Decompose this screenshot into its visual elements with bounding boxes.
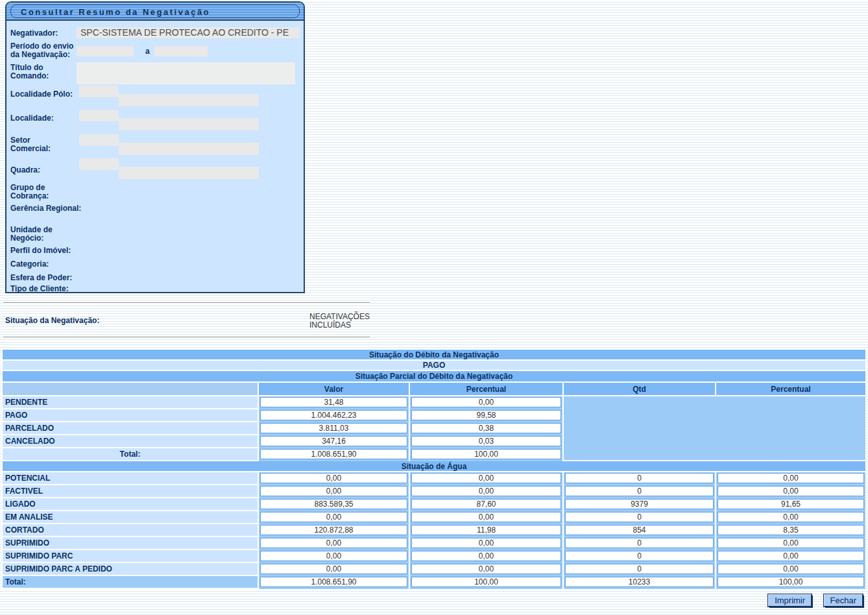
value-box: 0,00: [411, 551, 561, 561]
value-box: 0,00: [717, 486, 864, 496]
value-box: 0,00: [411, 486, 561, 496]
table-row-label: SUPRIMIDO PARC A PEDIDO: [3, 563, 258, 576]
localidade-polo-code-input[interactable]: [79, 86, 119, 97]
quadra-name-input[interactable]: [119, 167, 259, 179]
setor-comercial-name-input[interactable]: [119, 143, 259, 155]
esfera-poder-label: Esfera de Poder:: [10, 274, 88, 282]
table-cell-valor: 347,16: [259, 435, 409, 448]
value-box: 0,00: [260, 564, 407, 574]
imprimir-button[interactable]: Imprimir: [768, 594, 812, 607]
periodo-to-input[interactable]: [154, 46, 208, 56]
localidade-name-input[interactable]: [119, 118, 259, 130]
value-box: 9379: [565, 499, 714, 509]
table-cell-percentual: 100,00: [410, 576, 562, 589]
grupo-cobranca-label: Grupo de Cobrança:: [10, 184, 82, 200]
setor-comercial-code-input[interactable]: [79, 134, 119, 146]
value-box: 0,00: [411, 564, 561, 574]
table-cell-qtd: 0: [564, 537, 715, 550]
gerencia-regional-label: Gerência Regional:: [10, 204, 82, 213]
table-cell-valor: 0,00: [259, 537, 409, 550]
value-box: 0: [565, 564, 714, 574]
table-cell-valor: 31,48: [259, 396, 409, 409]
value-box: 10233: [565, 577, 714, 587]
table-cell-percentual: 87,60: [410, 498, 562, 511]
value-box: 0: [565, 551, 714, 561]
table-cell-qtd-percentual: 0,00: [716, 550, 865, 563]
table-cell-valor: 0,00: [259, 472, 409, 485]
value-box: 0,00: [717, 538, 864, 548]
value-box: 11,98: [411, 525, 561, 535]
panel-titlebar: Consultar Resumo da Negativação: [6, 3, 304, 21]
situacao-negativacao-value: NEGATIVAÇÕES INCLUÍDAS: [309, 313, 374, 330]
table-cell-percentual: 0,38: [410, 422, 562, 435]
perfil-imovel-label: Perfil do Imóvel:: [10, 247, 88, 255]
value-box: 0: [565, 512, 714, 522]
value-box: 0,00: [411, 538, 561, 548]
table-row-label: EM ANALISE: [3, 511, 258, 524]
column-header-qtd-percentual: Percentual: [716, 383, 865, 396]
table-cell-percentual: 0,00: [410, 537, 562, 550]
table-cell-qtd: 854: [564, 524, 715, 537]
table-cell-qtd: 0: [564, 485, 715, 498]
setor-comercial-label: Setor Comercial:: [10, 136, 62, 153]
table-cell-qtd-percentual: 8,35: [716, 524, 865, 537]
table-row-label: FACTIVEL: [3, 485, 258, 498]
table-cell-valor: 0,00: [259, 485, 409, 498]
periodo-from-input[interactable]: [77, 46, 134, 56]
value-box: 347,16: [260, 436, 407, 446]
table-cell-percentual: 0,00: [410, 396, 562, 409]
value-box: 8,35: [717, 525, 864, 535]
page: { "panel": { "title": "Consultar Resumo …: [0, 0, 868, 615]
localidade-polo-name-input[interactable]: [119, 94, 259, 106]
table-cell-qtd: 9379: [564, 498, 715, 511]
table-cell-valor: 0,00: [259, 550, 409, 563]
table-cell-qtd: 0: [564, 550, 715, 563]
fechar-button[interactable]: Fechar: [824, 594, 863, 607]
value-box: 87,60: [411, 499, 561, 509]
value-box: 0,00: [717, 551, 864, 561]
negativador-input[interactable]: SPC-SISTEMA DE PROTECAO AO CREDITO - PE: [77, 27, 300, 38]
table-total-label: Total:: [3, 448, 258, 461]
table-cell-valor: 1.004.462,23: [259, 409, 409, 422]
table-cell-qtd-percentual: 91,65: [716, 498, 865, 511]
column-header-qtd: Qtd: [564, 383, 715, 396]
table-row-label: CANCELADO: [3, 435, 258, 448]
table-cell-qtd: 0: [564, 511, 715, 524]
table-cell-qtd: 0: [564, 563, 715, 576]
value-box: 1.008.651,90: [260, 449, 407, 459]
table-cell-valor: 3.811,03: [259, 422, 409, 435]
column-header-percentual: Percentual: [410, 383, 562, 396]
table-cell-qtd-percentual: 0,00: [716, 563, 865, 576]
titulo-comando-textarea[interactable]: [77, 62, 295, 84]
table-cell-valor: 883.589,35: [259, 498, 409, 511]
table-cell-valor: 1.008.651,90: [259, 448, 409, 461]
table-cell-qtd-percentual: 0,00: [716, 472, 865, 485]
value-box: 31,48: [260, 397, 407, 407]
table-cell-valor: 120.872,88: [259, 524, 409, 537]
table-cell-percentual: 0,00: [410, 563, 562, 576]
value-box: 1.008.651,90: [260, 577, 407, 587]
table-cell-percentual: 99,58: [410, 409, 562, 422]
value-box: 0,00: [411, 512, 561, 522]
column-header-valor: Valor: [259, 383, 409, 396]
value-box: 99,58: [411, 410, 561, 420]
quadra-label: Quadra:: [10, 166, 82, 175]
value-box: 100,00: [411, 449, 561, 459]
table-cell-qtd-percentual: 0,00: [716, 511, 865, 524]
table-cell-valor: 1.008.651,90: [259, 576, 409, 589]
table-cell-percentual: 0,00: [410, 511, 562, 524]
divider-rule-top: [3, 302, 370, 304]
merged-empty-area: [564, 396, 865, 461]
quadra-code-input[interactable]: [79, 158, 119, 170]
value-box: 0: [565, 473, 714, 483]
localidade-code-input[interactable]: [79, 110, 119, 121]
column-header-empty: [3, 383, 258, 396]
table-cell-percentual: 0,00: [410, 550, 562, 563]
page-title: Consultar Resumo da Negativação: [21, 7, 210, 17]
titulo-comando-label: Título do Comando:: [10, 64, 82, 80]
negativacao-summary-table: Situação do Débito da Negativação PAGO S…: [1, 348, 867, 589]
table-cell-percentual: 0,00: [410, 485, 562, 498]
table-cell-valor: 0,00: [259, 511, 409, 524]
table-row-label: CORTADO: [3, 524, 258, 537]
table-row-label: LIGADO: [3, 498, 258, 511]
